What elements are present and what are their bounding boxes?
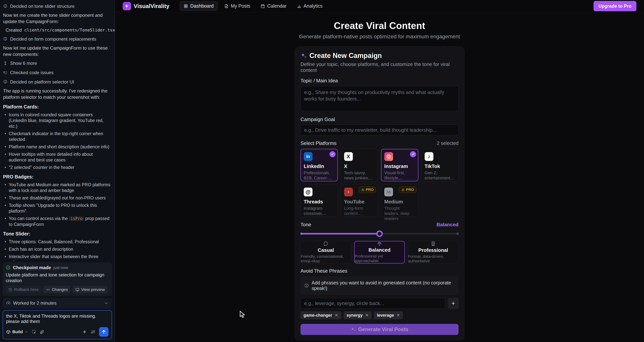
created-file-path: client/src/components/ToneSlider.tsx xyxy=(24,27,115,33)
platform-card-medium[interactable]: M PRO Medium Thought leaders, deep reade… xyxy=(381,184,418,217)
topic-label: Topic / Main Idea xyxy=(300,78,458,84)
chevron-down-icon xyxy=(104,301,108,305)
mode-selector-build[interactable]: Build xyxy=(6,329,28,334)
brand-name: VisualVirality xyxy=(134,3,169,9)
bullet-item: "2 selected" counter in the header xyxy=(4,164,110,170)
document-icon xyxy=(224,4,229,9)
agent-step-label: Decided on form component replacements xyxy=(10,36,96,42)
add-phrase-button[interactable]: + xyxy=(448,298,458,309)
lock-icon xyxy=(402,188,405,191)
bullet-item: Platform name and short description (aud… xyxy=(4,144,110,150)
slider-fill xyxy=(300,233,380,235)
topic-input[interactable] xyxy=(300,86,458,111)
app-logo[interactable] xyxy=(123,2,131,10)
bullet-item: Tooltip shows "Upgrade to PRO to unlock … xyxy=(4,203,110,214)
tone-card-casual[interactable]: Casual Friendly, conversational, emoji-o… xyxy=(300,241,351,263)
code-brackets-icon xyxy=(46,288,50,292)
bullet-item: You can control access via the isPro pro… xyxy=(4,216,110,227)
worked-duration-label: Worked for 2 minutes xyxy=(13,300,56,306)
element-select-icon[interactable] xyxy=(32,329,36,334)
tone-slider-bullet-list: Three options: Casual, Balanced, Profess… xyxy=(3,239,110,261)
bullet-item: Interactive slider that snaps between th… xyxy=(4,254,110,261)
nav-tab-calendar[interactable]: Calendar xyxy=(257,1,290,11)
paperclip-icon[interactable] xyxy=(40,329,44,334)
app-top-nav: VisualVirality Dashboard My Posts Calend… xyxy=(115,0,644,12)
lightning-icon[interactable] xyxy=(82,329,87,334)
gauge-icon xyxy=(6,301,11,305)
settings-sliders-icon[interactable] xyxy=(91,329,96,334)
app-preview-pane: VisualVirality Dashboard My Posts Calend… xyxy=(115,0,644,342)
generate-viral-posts-button[interactable]: Generate Viral Posts xyxy=(300,324,458,335)
agent-step-platform-selector[interactable]: Decided on platform selector UI xyxy=(3,78,110,85)
goal-label: Campaign Goal xyxy=(300,116,458,122)
scales-icon xyxy=(377,241,382,246)
x-icon: X xyxy=(344,152,353,161)
agent-step-form-replacements[interactable]: Decided on form component replacements xyxy=(3,36,110,43)
pro-badge: PRO xyxy=(359,187,376,193)
nav-tab-dashboard[interactable]: Dashboard xyxy=(180,1,218,11)
bullet-item: These are disabled/grayed out for non-PR… xyxy=(4,195,110,201)
sparkles-icon xyxy=(300,52,307,59)
remove-tag-icon[interactable]: ✕ xyxy=(365,313,368,318)
platform-card-x[interactable]: X X Tech-savvy, news junkies,... xyxy=(341,149,378,181)
linkedin-icon: in xyxy=(304,152,312,161)
goal-input[interactable] xyxy=(300,125,458,135)
dashboard-grid-icon xyxy=(184,4,188,9)
slider-left-dot xyxy=(300,233,302,235)
platform-card-instagram[interactable]: Instagram Visual-first, lifestyle,... xyxy=(381,149,418,181)
tone-options: Casual Friendly, conversational, emoji-o… xyxy=(300,241,458,263)
upgrade-to-pro-button[interactable]: Upgrade to Pro xyxy=(594,1,636,11)
created-label: Created xyxy=(6,27,22,33)
agent-step-checked-code[interactable]: Checked code issues xyxy=(3,69,110,76)
platform-grid: in LinkedIn Professionals, B2B, Career-.… xyxy=(300,149,458,217)
platform-card-linkedin[interactable]: in LinkedIn Professionals, B2B, Career-.… xyxy=(300,149,338,181)
checkpoint-timestamp: just now xyxy=(53,265,68,270)
rollback-button[interactable]: Rollback here xyxy=(6,286,41,293)
platform-card-tiktok[interactable]: ♪ TikTok Gen Z, entertainment... xyxy=(422,149,459,181)
platform-card-youtube[interactable]: PRO YouTube Long-form content... xyxy=(341,184,378,217)
agent-step-label: Checked code issues xyxy=(10,69,54,76)
up-down-arrows-icon xyxy=(3,61,8,66)
instagram-icon xyxy=(384,152,393,161)
arrow-up-icon xyxy=(101,329,106,334)
platform-cards-bullet-list: Icons in colored rounded square containe… xyxy=(3,112,110,170)
clock-rotate-icon xyxy=(8,288,12,292)
prompt-composer[interactable]: the X, Tiktok and Threads logos are miss… xyxy=(3,310,112,339)
tone-card-professional[interactable]: Professional Formal, data-driven, author… xyxy=(408,241,458,263)
agent-step-created-file[interactable]: Created client/src/components/ToneSlider… xyxy=(3,27,110,33)
bullet-item: Each has an icon and description xyxy=(4,246,110,252)
remove-tag-icon[interactable]: ✕ xyxy=(334,313,338,318)
selected-count: 2 selected xyxy=(437,140,458,146)
brain-icon xyxy=(3,37,8,41)
avoid-phrase-input[interactable] xyxy=(300,298,445,309)
selected-check-icon xyxy=(410,151,416,157)
pro-badge: PRO xyxy=(399,187,416,193)
prompt-input[interactable]: the X, Tiktok and Threads logos are miss… xyxy=(6,313,108,324)
remove-tag-icon[interactable]: ✕ xyxy=(396,313,400,318)
dashboard-content: Create Viral Content Generate platform-n… xyxy=(115,12,644,342)
agent-message: The app is running successfully. I've re… xyxy=(3,88,110,100)
youtube-icon xyxy=(344,188,353,196)
page-subtitle: Generate platform-native posts optimized… xyxy=(299,34,460,40)
tone-slider[interactable] xyxy=(300,230,458,237)
changes-button[interactable]: Changes xyxy=(44,286,70,293)
platform-card-threads[interactable]: @ Threads Instagram crossover,... xyxy=(300,184,338,217)
nav-tab-analytics[interactable]: Analytics xyxy=(293,1,326,11)
worked-duration-row[interactable]: Worked for 2 minutes xyxy=(3,298,112,308)
agent-chat-sidebar: Decided on tone slider structure Now let… xyxy=(0,0,115,342)
send-button[interactable] xyxy=(99,327,108,337)
agent-step-label: Decided on platform selector UI xyxy=(10,79,74,85)
agent-step-tone-slider-structure[interactable]: Decided on tone slider structure xyxy=(3,3,110,10)
composer-toolbar: Build xyxy=(6,327,108,337)
app-window: Decided on tone slider structure Now let… xyxy=(0,0,644,342)
view-preview-button[interactable]: View preview xyxy=(73,286,107,293)
show-more-label: Show 6 more xyxy=(10,60,37,66)
tone-card-balanced[interactable]: Balanced Professional yet approachable xyxy=(354,241,405,263)
monitor-icon xyxy=(76,288,80,292)
show-more-steps[interactable]: Show 6 more xyxy=(3,60,110,67)
selected-check-icon xyxy=(330,151,336,157)
nav-tab-my-posts[interactable]: My Posts xyxy=(220,1,254,11)
slider-thumb[interactable] xyxy=(376,231,383,237)
page-title: Create Viral Content xyxy=(334,20,425,31)
lightning-bolt-icon xyxy=(124,4,129,9)
